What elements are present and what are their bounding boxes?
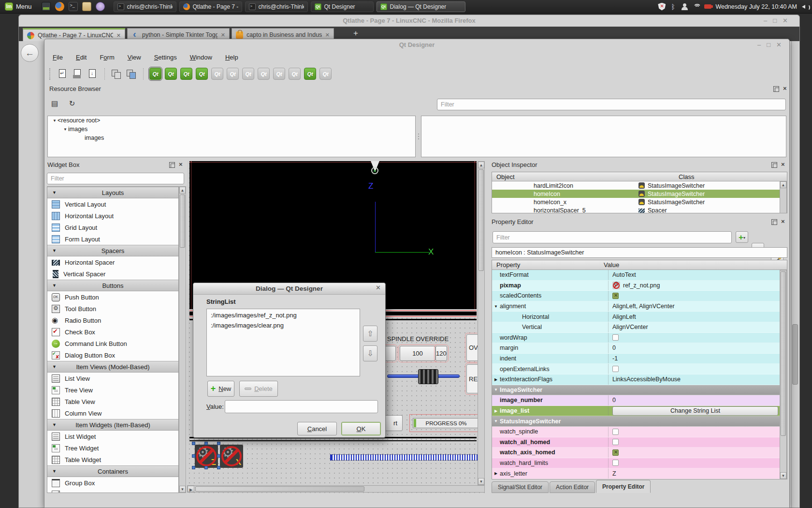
scrollbar-thumb[interactable]: [792, 324, 798, 385]
value-checkbox[interactable]: [612, 366, 619, 372]
expand-arrow-icon[interactable]: [492, 377, 500, 382]
new-tab-button[interactable]: +: [353, 29, 358, 38]
property-row[interactable]: ImageSwitcher: [492, 385, 787, 396]
widget-box-row[interactable]: ▼ Tree View: [47, 384, 178, 396]
chevron-down-icon[interactable]: ▼: [52, 469, 57, 474]
widget-box-row[interactable]: ▼ Horizontal Layout: [47, 210, 178, 222]
override-button[interactable]: 120: [435, 346, 447, 361]
scroll-up-arrow[interactable]: ▲: [478, 162, 484, 168]
quick-launch-icon[interactable]: [55, 2, 64, 11]
quick-launch-icon[interactable]: [96, 2, 105, 11]
column-header-value[interactable]: Value: [604, 261, 619, 269]
widget-box-row[interactable]: ▼ Item Views (Model-Based): [47, 361, 178, 373]
chevron-down-icon[interactable]: ▼: [52, 364, 57, 369]
widget-box-row[interactable]: ▼ Item Widgets (Item-Based): [47, 419, 178, 431]
widget-box-row[interactable]: ▼ Dialog Button Box: [47, 349, 178, 361]
expand-arrow-icon[interactable]: [492, 471, 500, 476]
delete-button[interactable]: Delete: [239, 381, 278, 397]
editor-tab[interactable]: Property Editor: [596, 480, 651, 493]
property-row[interactable]: Horizontal AlignLeft AlignLeft: [492, 312, 787, 322]
property-filter-input[interactable]: Filter: [493, 231, 732, 243]
qt-tool-button[interactable]: Qt: [304, 68, 316, 80]
property-row[interactable]: scaledContents: [492, 291, 787, 301]
object-inspector-row[interactable]: horizontalSpacer_5 Spacer: [492, 206, 787, 213]
widget-box-row[interactable]: ▼ Column View: [47, 407, 178, 419]
tray-icon[interactable]: [681, 3, 689, 11]
resource-filter-input[interactable]: Filter: [437, 99, 786, 110]
qt-tool-button[interactable]: Qt: [211, 68, 223, 80]
value-checkbox[interactable]: [612, 460, 619, 466]
widget-box-row[interactable]: ▼ Scroll Area: [47, 489, 178, 493]
maximize-icon[interactable]: □: [773, 17, 777, 24]
column-header-object[interactable]: Object: [492, 173, 679, 180]
widget-box-row[interactable]: ▼ Containers: [47, 465, 178, 477]
object-inspector-row[interactable]: homeIcon StatusImageSwitcher: [492, 190, 787, 198]
column-header-class[interactable]: Class: [679, 173, 695, 180]
quick-launch-icon[interactable]: [69, 2, 78, 11]
widget-box-row[interactable]: ▼ Form Layout: [47, 233, 178, 245]
property-row[interactable]: axis_letter Z Z: [492, 468, 787, 479]
menu-item[interactable]: File: [53, 54, 63, 61]
property-row[interactable]: Vertical AlignVCenter AlignVCenter: [492, 322, 787, 333]
property-row[interactable]: textFormat AutoText AutoText: [492, 270, 787, 281]
widget-box-row[interactable]: ▼ Grid Layout: [47, 222, 178, 233]
value-checkbox[interactable]: [612, 334, 619, 341]
widget-box-row[interactable]: ▼ Radio Button: [47, 314, 178, 326]
tray-icon[interactable]: [669, 3, 677, 11]
expand-arrow-icon[interactable]: [492, 409, 500, 413]
menu-item[interactable]: Form: [100, 54, 114, 61]
scroll-up-arrow[interactable]: ▲: [780, 181, 786, 188]
float-dock-icon[interactable]: [773, 86, 779, 92]
qt-tool-button[interactable]: Qt: [149, 68, 161, 80]
ref-z-not-image[interactable]: ⚙ Z: [195, 445, 218, 468]
selection-handle[interactable]: [217, 466, 220, 469]
property-row[interactable]: pixmap ref_z_not.png ref_z_not.png: [492, 281, 787, 291]
taskbar-window-button[interactable]: Qtlathe - Page 7 - Lin...: [179, 1, 242, 12]
qt-tool-button[interactable]: Qt: [227, 68, 239, 80]
property-row[interactable]: indent -1 -1: [492, 354, 787, 364]
chevron-down-icon[interactable]: ▼: [52, 248, 57, 253]
object-inspector-row[interactable]: hardLimit2Icon StatusImageSwitcher: [492, 181, 787, 190]
widget-box-row[interactable]: ▼ Horizontal Spacer: [47, 256, 178, 268]
tray-icon[interactable]: [704, 4, 711, 9]
change-string-list-button[interactable]: Change String List: [612, 406, 778, 416]
open-form-icon[interactable]: [72, 68, 84, 80]
qt-tool-button[interactable]: Qt: [180, 68, 192, 80]
volume-icon[interactable]: [802, 3, 809, 10]
float-dock-icon[interactable]: [169, 162, 175, 168]
selection-handle[interactable]: [217, 454, 220, 458]
taskbar-window-button[interactable]: chris@chris-ThinkPa...: [245, 1, 308, 12]
scroll-up-arrow[interactable]: ▲: [179, 187, 186, 194]
chevron-down-icon[interactable]: ▼: [52, 119, 58, 123]
property-row[interactable]: StatusImageSwitcher: [492, 416, 787, 427]
widget-box-filter-input[interactable]: Filter: [47, 173, 184, 184]
widget-box-row[interactable]: ▼ List Widget: [47, 431, 178, 442]
widget-box-row[interactable]: ▼ Layouts: [47, 187, 178, 198]
property-row[interactable]: alignment AlignLeft, AlignVCenter AlignL…: [492, 301, 787, 312]
clock[interactable]: Wednesday July 22, 10:40 AM: [715, 3, 797, 10]
selection-handle[interactable]: [192, 466, 195, 469]
maximize-icon[interactable]: □: [767, 41, 770, 48]
quick-launch-icon[interactable]: [42, 2, 51, 11]
move-down-button[interactable]: ⇩: [363, 345, 377, 361]
move-up-button[interactable]: ⇧: [363, 326, 377, 342]
widget-box-row[interactable]: ▼ Push Button: [47, 291, 178, 303]
tray-icon[interactable]: [693, 3, 700, 11]
inspector-scrollbar[interactable]: ▲: [780, 181, 787, 213]
widget-box-row[interactable]: ▼ Table Widget: [47, 454, 178, 465]
widget-box-row[interactable]: ▼ Vertical Layout: [47, 198, 178, 210]
property-row[interactable]: image_list Change String List Change Str…: [492, 406, 787, 417]
close-icon[interactable]: ✕: [376, 284, 381, 291]
quick-launch-icon[interactable]: [82, 2, 91, 11]
property-row[interactable]: watch_axis_homed: [492, 448, 787, 458]
form-vertical-scrollbar[interactable]: ▲ ▼: [478, 161, 485, 485]
editor-tab[interactable]: Signal/Slot Editor: [492, 481, 549, 493]
tab-close-icon[interactable]: ✕: [116, 32, 121, 39]
hatched-slider[interactable]: [330, 454, 479, 461]
value-checkbox[interactable]: [612, 449, 619, 456]
scrollbar-thumb[interactable]: [180, 194, 185, 248]
menu-item[interactable]: Edit: [76, 54, 87, 61]
expand-arrow-icon[interactable]: [492, 388, 500, 392]
close-dock-icon[interactable]: [781, 162, 786, 168]
spindle-slider-handle[interactable]: [418, 369, 438, 384]
